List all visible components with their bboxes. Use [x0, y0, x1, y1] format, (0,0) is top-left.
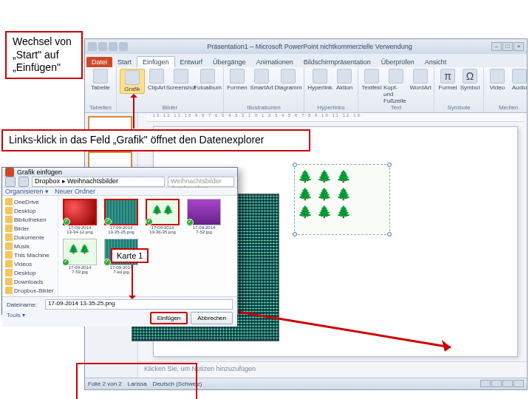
resize-handle[interactable]	[293, 163, 297, 167]
sidebar-item[interactable]: Dokumente	[4, 233, 56, 242]
window-title: Präsentation1 – Microsoft PowerPoint nic…	[131, 43, 488, 50]
dialog-bottom: Dateiname: 17-09-2014 13-35-25.png Tools…	[2, 296, 237, 327]
file-thumbnail[interactable]: 17-09-20147-52.jpg	[185, 199, 222, 234]
sidebar-item[interactable]: Musik	[4, 242, 56, 250]
tab-bildschirmpraesentation[interactable]: Bildschirmpräsentation	[299, 57, 376, 67]
btn-textfeld[interactable]: Textfeld	[361, 69, 382, 104]
sidebar-item[interactable]: This Machine	[4, 250, 56, 259]
sidebar-item-label: Bilder	[14, 225, 29, 232]
minimize-button[interactable]: –	[491, 42, 502, 51]
ppt-icon	[88, 42, 97, 51]
folder-icon	[5, 269, 13, 276]
dialog-file-grid: 17-09-201413-34-12.png17-09-201413-35-25…	[58, 196, 237, 296]
view-buttons[interactable]	[480, 380, 524, 389]
btn-formen[interactable]: Formen	[227, 69, 248, 91]
nav-forward-button[interactable]	[18, 177, 29, 187]
tab-entwurf[interactable]: Entwurf	[175, 57, 208, 67]
ribbon-group-tabellen: Tabelle Tabellen	[85, 67, 117, 112]
file-thumbnail[interactable]: 17-09-201413-34-12.png	[61, 199, 98, 234]
headerfooter-icon	[389, 69, 403, 83]
folder-icon	[5, 278, 13, 285]
label-diagramm: Diagramm	[275, 84, 302, 91]
search-input[interactable]: Weihnachtsbilder durchsuchen	[168, 177, 234, 187]
organize-menu[interactable]: Organisieren ▾	[5, 188, 49, 195]
sidebar-item-label: Musik	[14, 243, 30, 250]
check-icon	[104, 218, 112, 225]
breadcrumb-path[interactable]: Dropbox ▸ Weihnachtsbilder	[32, 177, 165, 187]
sidebar-item[interactable]: Downloads	[4, 277, 56, 286]
resize-handle[interactable]	[293, 232, 297, 236]
ribbon-group-medien: Video Audio Medien	[484, 67, 532, 112]
btn-symbol[interactable]: ΩSymbol	[460, 69, 480, 91]
close-button[interactable]: ×	[514, 42, 524, 51]
tab-start[interactable]: Start	[112, 57, 137, 67]
file-thumbnail[interactable]: 17-09-20147-53.jpg	[61, 239, 98, 274]
tab-ansicht[interactable]: Ansicht	[420, 57, 452, 67]
btn-wordart[interactable]: WordArt	[410, 69, 431, 104]
btn-hyperlink[interactable]: Hyperlink	[307, 69, 332, 91]
folder-icon	[5, 287, 13, 294]
sidebar-item[interactable]: Desktop	[4, 206, 56, 215]
notes-placeholder[interactable]: Klicken Sie, um Notizen hinzuzufügen	[138, 361, 527, 378]
file-thumbnail[interactable]: 17-09-201413-35-25.png	[103, 199, 140, 234]
file-preview	[187, 199, 221, 225]
hyperlink-icon	[313, 69, 327, 83]
dialog-titlebar: Grafik einfügen	[2, 168, 237, 177]
tab-animationen[interactable]: Animationen	[251, 57, 299, 67]
btn-kopfzeile[interactable]: Kopf- und Fußzeile	[383, 69, 409, 104]
status-author: Larissa	[128, 381, 147, 387]
fotoalbum-icon	[200, 69, 215, 83]
tools-menu[interactable]: Tools ▾	[7, 312, 25, 324]
tab-uebergaenge[interactable]: Übergänge	[208, 57, 251, 67]
tab-datei[interactable]: Datei	[86, 57, 112, 67]
insert-button[interactable]: Einfügen	[150, 312, 188, 324]
resize-handle[interactable]	[387, 163, 392, 167]
btn-formel[interactable]: πFormel	[437, 69, 458, 91]
btn-clipart[interactable]: ClipArt	[146, 69, 167, 94]
ribbon: Tabelle Tabellen Grafik ClipArt Screensh…	[85, 67, 527, 113]
sidebar-item[interactable]: Desktop	[4, 268, 56, 277]
video-icon	[490, 69, 505, 83]
file-sub: 7-53.jpg	[72, 270, 88, 274]
filename-field[interactable]: 17-09-2014 13-35-25.png	[45, 299, 233, 310]
action-icon	[337, 69, 352, 83]
btn-audio[interactable]: Audio	[509, 69, 530, 91]
audio-icon	[512, 69, 527, 83]
sidebar-item-label: OneDrive	[14, 199, 39, 205]
btn-smartart[interactable]: SmartArt	[249, 69, 274, 91]
quick-access-toolbar[interactable]	[88, 42, 128, 51]
tab-einfuegen[interactable]: Einfügen	[137, 56, 175, 67]
btn-fotoalbum[interactable]: Fotoalbum	[195, 69, 220, 94]
sidebar-item[interactable]: Bibliotheken	[4, 215, 56, 224]
save-icon[interactable]	[98, 42, 107, 51]
nav-back-button[interactable]	[5, 177, 16, 187]
inserted-image-trees[interactable]	[294, 164, 390, 235]
btn-screenshot[interactable]: Screenshot	[168, 69, 194, 94]
sidebar-item[interactable]: OneDrive	[4, 197, 56, 206]
btn-tabelle[interactable]: Tabelle	[88, 69, 113, 91]
redo-icon[interactable]	[119, 42, 128, 51]
resize-handle[interactable]	[387, 232, 392, 236]
clipart-icon	[149, 69, 164, 83]
sidebar-item-label: Dropbox-Bilder	[14, 287, 53, 294]
undo-icon[interactable]	[109, 42, 117, 51]
label-clipart: ClipArt	[148, 84, 166, 91]
folder-icon	[5, 251, 13, 259]
sidebar-item[interactable]: Dropbox-Bilder	[4, 286, 56, 295]
file-sub: 7-52.jpg	[196, 230, 212, 234]
file-thumbnail[interactable]: 17-09-201413-36-35.png	[144, 199, 181, 234]
status-language: Deutsch (Schweiz)	[153, 381, 202, 387]
tab-ueberpruefen[interactable]: Überprüfen	[376, 57, 420, 67]
new-folder-button[interactable]: Neuer Ordner	[55, 188, 95, 195]
sidebar-item[interactable]: Bilder	[4, 224, 56, 233]
cancel-button[interactable]: Abbrechen	[191, 312, 233, 324]
btn-aktion[interactable]: Aktion	[334, 69, 355, 91]
group-label-illustrationen: Illustrationen	[227, 104, 301, 111]
sidebar-item[interactable]: Videos	[4, 259, 56, 268]
dialog-title: Grafik einfügen	[17, 168, 62, 176]
horizontal-ruler: ·13·12·11·10·9·8·7·6·5·4·3·2·1·0·1·2·3·4…	[147, 113, 524, 122]
shapes-icon	[230, 69, 245, 83]
btn-video[interactable]: Video	[487, 69, 508, 91]
maximize-button[interactable]: □	[502, 42, 513, 51]
btn-diagramm[interactable]: Diagramm	[276, 69, 301, 91]
